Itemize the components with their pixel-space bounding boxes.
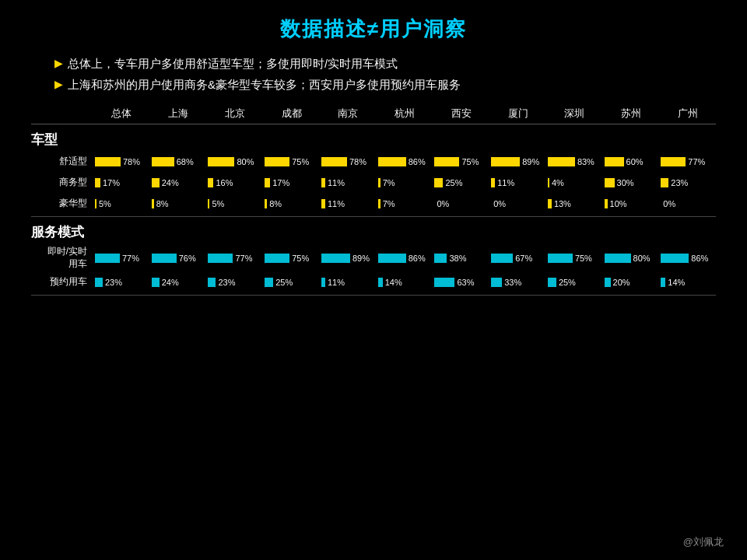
data-cell: 7% — [377, 178, 433, 187]
cyan-bar — [208, 254, 233, 263]
data-cell: 60% — [603, 157, 660, 166]
col-header: 成都 — [263, 107, 320, 121]
bar-wrap: 68% — [152, 157, 194, 166]
yellow-bar — [378, 157, 406, 166]
cyan-bar — [661, 254, 689, 263]
bar-wrap: 78% — [321, 157, 366, 166]
pct-text: 77% — [122, 254, 139, 263]
pct-text: 7% — [383, 178, 395, 187]
pct-text: 23% — [218, 278, 235, 287]
table-area: 总体上海北京成都南京杭州西安厦门深圳苏州广州 车型舒适型 78% 68% 80%… — [31, 107, 716, 296]
cyan-bar — [152, 278, 160, 287]
data-cell: 14% — [377, 278, 433, 287]
data-cell: 75% — [433, 157, 489, 166]
data-cell: 76% — [150, 254, 207, 263]
cyan-bar — [491, 254, 513, 263]
yellow-bar — [321, 157, 347, 166]
pct-text: 17% — [272, 178, 289, 187]
bar-wrap: 7% — [378, 199, 395, 208]
bar-wrap: 89% — [321, 254, 370, 263]
data-cell: 11% — [320, 278, 377, 287]
bar-wrap: 0% — [434, 199, 449, 208]
yellow-bar — [152, 178, 160, 187]
cyan-bar — [548, 254, 573, 263]
pct-text: 23% — [105, 278, 122, 287]
bar-wrap: 24% — [152, 278, 179, 287]
yellow-bar — [208, 157, 234, 166]
pct-text: 11% — [328, 278, 345, 287]
pct-text: 60% — [626, 157, 644, 166]
pct-text: 17% — [103, 178, 120, 187]
data-row: 豪华型 5% 8% 5% 8% 11% 7% 0% — [31, 195, 716, 212]
bullet-item: ▶上海和苏州的用户使用商务&豪华型专车较多；西安用户多使用预约用车服务 — [54, 78, 716, 93]
watermark: @刘佩龙 — [683, 535, 724, 549]
yellow-bar — [152, 157, 174, 166]
yellow-bar — [321, 178, 325, 187]
bar-wrap: 24% — [152, 178, 179, 187]
pct-text: 75% — [461, 157, 479, 166]
data-cell: 25% — [263, 278, 320, 287]
pct-text: 63% — [457, 278, 474, 287]
bar-wrap: 0% — [491, 199, 506, 208]
cyan-bar — [265, 278, 273, 287]
cyan-bar — [265, 254, 289, 263]
pct-text: 77% — [235, 254, 252, 263]
yellow-bar — [605, 199, 608, 208]
bar-wrap: 20% — [605, 278, 630, 287]
col-header: 杭州 — [377, 107, 433, 121]
yellow-bar — [434, 157, 459, 166]
pct-text: 5% — [99, 199, 111, 208]
data-cell: 13% — [546, 199, 603, 208]
data-cell: 5% — [206, 199, 263, 208]
bar-wrap: 89% — [491, 157, 539, 166]
pct-text: 89% — [522, 157, 539, 166]
pct-text: 76% — [179, 254, 196, 263]
cyan-bar — [548, 278, 556, 287]
data-cell: 0% — [433, 199, 489, 208]
col-header: 上海 — [150, 107, 207, 121]
data-cell: 30% — [603, 178, 660, 187]
yellow-bar — [661, 178, 668, 187]
bar-wrap: 86% — [378, 157, 426, 166]
bar-wrap: 30% — [605, 178, 634, 187]
pct-text: 10% — [610, 199, 627, 208]
data-cell: 23% — [206, 278, 263, 287]
bar-wrap: 4% — [548, 178, 564, 187]
yellow-bar — [95, 157, 121, 166]
bar-wrap: 76% — [152, 254, 196, 263]
cyan-bar — [434, 278, 454, 287]
bar-wrap: 33% — [491, 278, 521, 287]
data-cell: 77% — [659, 157, 716, 166]
data-cell: 80% — [206, 157, 263, 166]
data-cell: 63% — [433, 278, 489, 287]
pct-text: 33% — [504, 278, 521, 287]
bar-wrap: 78% — [95, 157, 140, 166]
section-title: 服务模式 — [31, 223, 716, 241]
yellow-bar — [208, 199, 209, 208]
col-header: 北京 — [206, 107, 263, 121]
cyan-bar — [378, 254, 406, 263]
page: 数据描述≠用户洞察 ▶总体上，专车用户多使用舒适型车型；多使用即时/实时用车模式… — [0, 0, 747, 560]
pct-text: 7% — [383, 199, 395, 208]
bar-wrap: 80% — [605, 254, 651, 263]
bar-wrap: 14% — [661, 278, 685, 287]
bar-wrap: 86% — [661, 254, 708, 263]
col-header: 深圳 — [546, 107, 603, 121]
col-header: 厦门 — [489, 107, 546, 121]
bar-wrap: 8% — [152, 199, 169, 208]
data-cell: 8% — [150, 199, 207, 208]
pct-text: 4% — [552, 178, 564, 187]
data-cell: 7% — [377, 199, 433, 208]
yellow-bar — [548, 178, 549, 187]
yellow-bar — [321, 199, 325, 208]
data-cell: 83% — [546, 157, 603, 166]
pct-text: 77% — [688, 157, 705, 166]
data-cell: 14% — [659, 278, 716, 287]
bullet-arrow: ▶ — [54, 78, 63, 90]
pct-text: 83% — [577, 157, 594, 166]
bar-wrap: 5% — [95, 199, 111, 208]
pct-text: 0% — [663, 199, 675, 208]
data-cell: 78% — [320, 157, 377, 166]
data-cell: 68% — [150, 157, 207, 166]
data-row: 预约用车 23% 24% 23% 25% 11% 14% 63% — [31, 274, 716, 291]
